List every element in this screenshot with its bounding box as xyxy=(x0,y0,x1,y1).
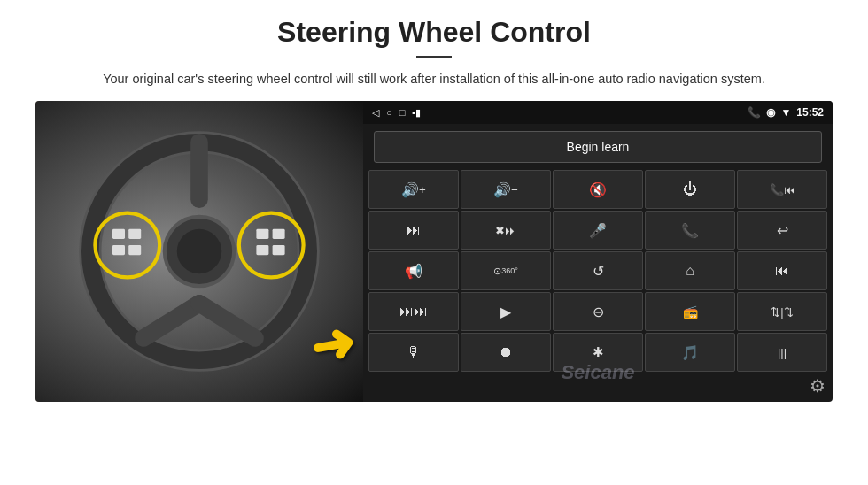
button-grid: 🔊+ 🔊− 🔇 ⏻ 📞⏮ ⏭ ✖⏭ 🎤 📞 ↩ 📢 ⊙360° ↺ ⌂ xyxy=(363,170,833,377)
svg-rect-13 xyxy=(256,229,268,239)
home-nav-button[interactable]: ⌂ xyxy=(645,251,735,290)
svg-rect-16 xyxy=(273,245,285,255)
mic-button[interactable]: 🎤 xyxy=(553,211,643,250)
steering-wheel-svg xyxy=(75,127,323,375)
page-title: Steering Wheel Control xyxy=(277,16,591,49)
vol-up-button[interactable]: 🔊+ xyxy=(368,170,459,209)
phone-prev-button[interactable]: 📞⏮ xyxy=(737,170,827,209)
call-button[interactable]: 📞 xyxy=(645,211,735,250)
svg-rect-12 xyxy=(128,245,141,255)
svg-rect-14 xyxy=(273,229,285,239)
mic2-button[interactable]: 🎙 xyxy=(368,333,459,372)
fast-forward-button[interactable]: ⏭⏭ xyxy=(368,292,459,331)
svg-point-6 xyxy=(177,229,221,273)
status-left: ◁ ○ □ ▪▮ xyxy=(372,107,421,119)
svg-line-3 xyxy=(143,304,199,338)
nav-button[interactable]: ▶ xyxy=(461,292,551,331)
svg-point-7 xyxy=(95,213,159,278)
360-button[interactable]: ⊙360° xyxy=(461,251,551,290)
hangup-button[interactable]: ↩ xyxy=(737,211,827,250)
status-right: 📞 ◉ ▼ 15:52 xyxy=(748,106,824,119)
clock: 15:52 xyxy=(796,106,824,119)
gps-icon: ◉ xyxy=(766,106,775,119)
recents-icon[interactable]: □ xyxy=(399,107,406,118)
status-bar: ◁ ○ □ ▪▮ 📞 ◉ ▼ 15:52 xyxy=(363,101,833,124)
skip-button[interactable]: ✖⏭ xyxy=(461,211,551,250)
phone-icon: 📞 xyxy=(748,106,761,119)
svg-rect-15 xyxy=(256,245,268,255)
android-screen: ◁ ○ □ ▪▮ 📞 ◉ ▼ 15:52 Begin learn xyxy=(363,101,833,402)
back-nav-button[interactable]: ↺ xyxy=(553,251,643,290)
next-button[interactable]: ⏭ xyxy=(368,211,459,250)
home-icon[interactable]: ○ xyxy=(386,107,392,118)
settings-gear-icon[interactable]: ⚙ xyxy=(810,375,825,396)
vol-down-button[interactable]: 🔊− xyxy=(461,170,551,209)
music-button[interactable]: 🎵 xyxy=(645,333,735,372)
steering-wheel-image: ➜ xyxy=(35,101,363,402)
wifi-icon: ▼ xyxy=(780,106,791,119)
subtitle: Your original car's steering wheel contr… xyxy=(103,69,765,89)
signal-icon: ▪▮ xyxy=(412,107,421,119)
svg-point-8 xyxy=(239,213,304,278)
speaker-button[interactable]: 📢 xyxy=(368,251,459,290)
power-button[interactable]: ⏻ xyxy=(645,170,735,209)
record-button[interactable]: ⏺ xyxy=(461,333,551,372)
bluetooth-button[interactable]: ✱ xyxy=(553,333,643,372)
title-divider xyxy=(416,56,452,58)
eject-button[interactable]: ⊖ xyxy=(553,292,643,331)
svg-line-4 xyxy=(199,304,255,338)
radio-button[interactable]: 📻 xyxy=(645,292,735,331)
equalizer-button[interactable]: ⇅|⇅ xyxy=(737,292,827,331)
begin-learn-button[interactable]: Begin learn xyxy=(374,131,822,163)
svg-rect-11 xyxy=(112,245,125,255)
svg-rect-10 xyxy=(128,229,141,239)
screen-wrapper: 🔊+ 🔊− 🔇 ⏻ 📞⏮ ⏭ ✖⏭ 🎤 📞 ↩ 📢 ⊙360° ↺ ⌂ xyxy=(363,170,833,402)
page: Steering Wheel Control Your original car… xyxy=(0,0,868,485)
mute-button[interactable]: 🔇 xyxy=(553,170,643,209)
content-row: ➜ ◁ ○ □ ▪▮ 📞 ◉ ▼ 15:52 Begin lea xyxy=(35,101,833,402)
wave-button[interactable]: ||| xyxy=(737,333,827,372)
prev-track-button[interactable]: ⏮ xyxy=(737,251,827,290)
back-icon[interactable]: ◁ xyxy=(372,107,379,119)
svg-rect-9 xyxy=(112,229,125,239)
